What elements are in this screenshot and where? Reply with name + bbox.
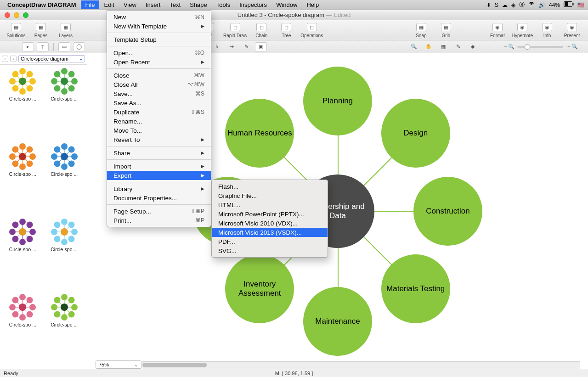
stencil-item[interactable]: Circle-spo ... xyxy=(45,68,85,140)
toolbar-operations[interactable]: ◻Operations xyxy=(300,22,323,38)
menu-inspectors[interactable]: Inspectors xyxy=(235,0,271,9)
menu-shape[interactable]: Shape xyxy=(185,0,212,9)
menu-item-save-as[interactable]: Save As... xyxy=(107,98,211,107)
export-item-microsoft-visio-2013-vsdx[interactable]: Microsoft Visio 2013 (VSDX)... xyxy=(212,228,328,237)
battery-icon[interactable] xyxy=(564,1,574,8)
menu-item-library[interactable]: Library▶ xyxy=(107,184,211,193)
status-icon[interactable]: S xyxy=(495,2,498,8)
menu-item-new-with-template[interactable]: New With Template▶ xyxy=(107,22,211,31)
menu-item-export[interactable]: Export▶ xyxy=(107,171,211,180)
menu-view[interactable]: View xyxy=(119,0,141,9)
menu-help[interactable]: Help xyxy=(302,0,323,9)
zoom-select[interactable]: 75% xyxy=(96,360,141,369)
pointer-tool[interactable]: ▸ xyxy=(22,42,34,51)
close-window-icon[interactable] xyxy=(5,12,10,18)
text-tool[interactable]: T xyxy=(37,42,49,51)
export-item-flash[interactable]: Flash... xyxy=(212,182,328,191)
scrollbar-thumb[interactable] xyxy=(142,363,207,367)
diagram-spoke-node[interactable]: Maintenance xyxy=(303,287,372,356)
status-icon[interactable]: ⬇ xyxy=(486,2,491,8)
zoom-slider-knob[interactable] xyxy=(525,44,530,50)
menu-text[interactable]: Text xyxy=(165,0,185,9)
menu-item-close-all[interactable]: Close All⌥⌘W xyxy=(107,80,211,89)
diagram-spoke-node[interactable]: Materials Testing xyxy=(381,254,450,323)
toolbar-chain[interactable]: ◻Chain xyxy=(251,22,272,38)
diagram-spoke-node[interactable]: InventoryAssessment xyxy=(225,254,294,323)
menu-item-close[interactable]: Close⌘W xyxy=(107,71,211,80)
stencil-item[interactable]: Circle-spo ... xyxy=(45,218,85,291)
menu-item-print[interactable]: Print...⌘P xyxy=(107,216,211,225)
zoom-slider[interactable] xyxy=(517,46,563,48)
diagram-spoke-node[interactable]: Human Resources xyxy=(225,99,294,168)
menu-file[interactable]: File xyxy=(81,0,100,9)
flag-icon[interactable]: 🇺🇸 xyxy=(577,2,584,8)
toolbar-format[interactable]: ◉Format xyxy=(487,22,508,38)
menu-edit[interactable]: Edit xyxy=(99,0,119,9)
menu-item-import[interactable]: Import▶ xyxy=(107,162,211,171)
diagram-spoke-node[interactable]: Construction xyxy=(413,177,482,246)
menu-item-rename[interactable]: Rename... xyxy=(107,117,211,126)
toolbar-grid[interactable]: ▦Grid xyxy=(435,22,457,38)
app-name[interactable]: ConceptDraw DIAGRAM xyxy=(7,1,76,8)
export-item-microsoft-visio-2010-vdx[interactable]: Microsoft Visio 2010 (VDX)... xyxy=(212,219,328,228)
skype-icon[interactable]: Ⓢ xyxy=(519,1,525,9)
menu-item-move-to[interactable]: Move To... xyxy=(107,126,211,135)
minimize-window-icon[interactable] xyxy=(14,12,19,18)
zoom-window-icon[interactable] xyxy=(23,12,28,18)
zoom-out-icon[interactable]: －🔍 xyxy=(503,42,514,51)
menu-insert[interactable]: Insert xyxy=(141,0,165,9)
toolbar-layers[interactable]: ▦Layers xyxy=(55,22,76,38)
export-item-pdf[interactable]: PDF... xyxy=(212,237,328,246)
toolbar-snap[interactable]: ▦Snap xyxy=(411,22,432,38)
highlighter-icon[interactable]: ◆ xyxy=(467,42,479,51)
wifi-icon[interactable] xyxy=(528,1,535,9)
toolbar-solutions[interactable]: ▦Solutions xyxy=(6,22,27,38)
zoom-tool-icon[interactable]: 🔍 xyxy=(408,42,420,51)
menu-item-open-recent[interactable]: Open Recent▶ xyxy=(107,57,211,67)
export-item-html[interactable]: HTML... xyxy=(212,200,328,209)
toolbar-present[interactable]: ◉Present xyxy=(561,22,582,38)
status-icon[interactable]: ◈ xyxy=(511,2,515,8)
toolbar-pages[interactable]: ▦Pages xyxy=(30,22,51,38)
menu-item-duplicate[interactable]: Duplicate⇧⌘S xyxy=(107,107,211,117)
menu-item-open[interactable]: Open...⌘O xyxy=(107,48,211,57)
library-prev-icon[interactable]: ‹ xyxy=(2,56,8,62)
diagram-spoke-node[interactable]: Design xyxy=(381,99,450,168)
export-item-svg[interactable]: SVG... xyxy=(212,246,328,255)
container-tool[interactable]: ▣ xyxy=(255,42,267,51)
stencil-item[interactable]: Circle-spo ... xyxy=(45,293,85,366)
connector-tool[interactable]: ✎ xyxy=(240,42,252,51)
stencil-item[interactable]: Circle-spo ... xyxy=(3,293,43,366)
diagram-spoke-node[interactable]: Planning xyxy=(303,67,372,135)
eyedropper-icon[interactable]: ✎ xyxy=(452,42,464,51)
library-select[interactable]: Circle-spoke diagram xyxy=(18,55,85,62)
cloud-icon[interactable]: ☁ xyxy=(502,2,508,8)
rect-shape[interactable]: ▭ xyxy=(58,42,70,51)
menu-item-template-setup[interactable]: Template Setup xyxy=(107,35,211,44)
menu-item-document-properties[interactable]: Document Properties... xyxy=(107,193,211,203)
menu-item-revert-to[interactable]: Revert To▶ xyxy=(107,135,211,144)
hand-tool-icon[interactable]: ✋ xyxy=(423,42,435,51)
menu-item-share[interactable]: Share▶ xyxy=(107,148,211,158)
menu-item-new[interactable]: New⌘N xyxy=(107,12,211,22)
library-next-icon[interactable]: › xyxy=(10,56,17,62)
stencil-item[interactable]: Circle-spo ... xyxy=(45,143,85,215)
toolbar-rapid-draw[interactable]: ◻Rapid Draw xyxy=(223,22,247,38)
connector-tool[interactable]: ⇢ xyxy=(226,42,237,51)
export-item-graphic-file[interactable]: Graphic File... xyxy=(212,191,328,200)
toolbar-info[interactable]: ◉Info xyxy=(537,22,558,38)
ellipse-shape[interactable]: ◯ xyxy=(73,42,85,51)
zoom-in-icon[interactable]: ＋🔍 xyxy=(566,42,578,51)
export-item-microsoft-powerpoint-pptx[interactable]: Microsoft PowerPoint (PPTX)... xyxy=(212,209,328,219)
volume-icon[interactable]: 🔊 xyxy=(538,2,545,8)
stencil-item[interactable]: Circle-spo ... xyxy=(3,68,43,140)
menu-item-save[interactable]: Save...⌘S xyxy=(107,89,211,98)
menu-window[interactable]: Window xyxy=(271,0,302,9)
connector-tool[interactable]: ↳ xyxy=(211,42,223,51)
toolbar-tree[interactable]: ◻Tree xyxy=(276,22,297,38)
menu-tools[interactable]: Tools xyxy=(212,0,235,9)
horizontal-scrollbar[interactable] xyxy=(142,361,580,369)
stencil-item[interactable]: Circle-spo ... xyxy=(3,143,43,215)
toolbar-hypernote[interactable]: ◉Hypernote xyxy=(512,22,533,38)
stamp-tool-icon[interactable]: ▦ xyxy=(437,42,449,51)
